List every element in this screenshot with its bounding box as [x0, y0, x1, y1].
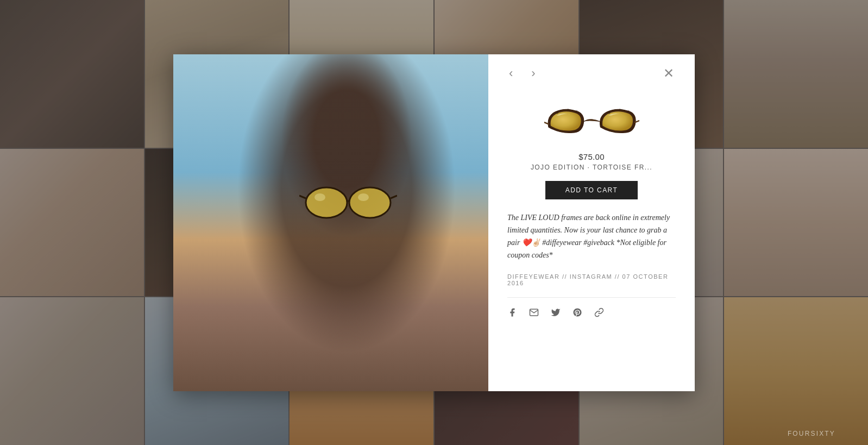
- svg-point-10: [567, 108, 569, 110]
- svg-point-0: [306, 187, 347, 218]
- divider: [507, 297, 676, 298]
- product-photo: [173, 54, 488, 391]
- svg-point-13: [619, 108, 620, 110]
- svg-point-6: [358, 193, 369, 201]
- email-share-button[interactable]: [529, 308, 539, 317]
- product-title: JOJO EDITION · TORTOISE FR...: [505, 164, 678, 171]
- modal-image-panel: [173, 54, 488, 391]
- close-button[interactable]: ✕: [659, 65, 678, 82]
- prev-button[interactable]: ‹: [505, 64, 517, 83]
- product-description: The LIVE LOUD frames are back online in …: [505, 211, 678, 261]
- facebook-share-button[interactable]: [507, 308, 517, 317]
- product-thumbnail: [505, 91, 678, 152]
- link-share-button[interactable]: [594, 308, 604, 317]
- pinterest-share-button[interactable]: [573, 308, 582, 317]
- product-modal: ‹ › ✕: [173, 54, 695, 391]
- product-price: $75.00: [505, 152, 678, 161]
- add-to-cart-button[interactable]: ADD TO CART: [545, 181, 638, 199]
- social-icons-row: [505, 308, 678, 317]
- svg-line-3: [299, 196, 306, 198]
- product-meta: DIFFEYEWEAR // INSTAGRAM // 07 OCTOBER 2…: [505, 273, 678, 286]
- modal-info-panel: ‹ › ✕: [488, 54, 695, 391]
- svg-point-12: [607, 111, 610, 114]
- svg-point-14: [627, 110, 630, 112]
- svg-line-4: [391, 196, 397, 198]
- svg-point-1: [349, 187, 391, 218]
- twitter-share-button[interactable]: [551, 308, 561, 317]
- svg-point-5: [315, 193, 325, 201]
- next-button[interactable]: ›: [527, 64, 539, 83]
- sunglasses-on-model: [299, 182, 397, 220]
- modal-nav: ‹ › ✕: [505, 54, 678, 91]
- svg-point-9: [556, 111, 558, 114]
- svg-point-11: [575, 110, 577, 112]
- foursixty-watermark: FOURSIXTY: [788, 430, 835, 437]
- product-thumbnail-image: [544, 99, 639, 142]
- woman-figure: [173, 54, 488, 391]
- nav-arrows: ‹ ›: [505, 64, 540, 83]
